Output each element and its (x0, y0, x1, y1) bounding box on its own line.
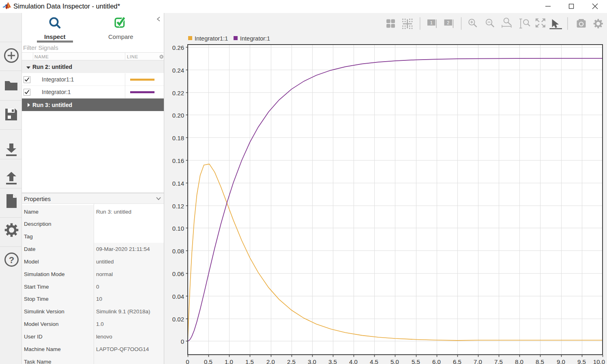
svg-text:4.0: 4.0 (349, 358, 358, 364)
svg-text:7.0: 7.0 (474, 358, 482, 364)
svg-text:0.5: 0.5 (204, 358, 212, 364)
svg-text:6.0: 6.0 (432, 358, 441, 364)
svg-text:9.5: 9.5 (577, 358, 586, 364)
svg-text:1: 1 (430, 20, 433, 25)
svg-text:2: 2 (447, 20, 449, 25)
svg-text:8.5: 8.5 (536, 358, 544, 364)
svg-text:9.0: 9.0 (557, 358, 565, 364)
svg-text:0.20: 0.20 (172, 112, 184, 119)
svg-text:?: ? (9, 255, 14, 265)
svg-text:2.0: 2.0 (266, 358, 275, 364)
svg-text:0.14: 0.14 (172, 180, 184, 187)
svg-text:0.04: 0.04 (172, 293, 184, 300)
svg-text:3.5: 3.5 (328, 358, 337, 364)
svg-text:0: 0 (181, 338, 184, 345)
svg-text:6.5: 6.5 (453, 358, 461, 364)
svg-text:10.0: 10.0 (593, 358, 605, 364)
svg-text:0.02: 0.02 (172, 316, 184, 323)
svg-text:7.5: 7.5 (494, 358, 503, 364)
svg-text:0.24: 0.24 (172, 67, 184, 74)
svg-text:2.5: 2.5 (287, 358, 296, 364)
svg-text:1.0: 1.0 (225, 358, 233, 364)
svg-text:0.08: 0.08 (172, 248, 184, 255)
svg-text:0.06: 0.06 (172, 270, 184, 277)
svg-text:0.18: 0.18 (172, 135, 184, 141)
svg-text:0: 0 (186, 358, 189, 364)
svg-text:5.5: 5.5 (412, 358, 420, 364)
svg-text:1.5: 1.5 (245, 358, 254, 364)
svg-text:0.26: 0.26 (172, 44, 184, 51)
svg-text:0.22: 0.22 (172, 90, 184, 96)
svg-text:5.0: 5.0 (390, 358, 399, 364)
svg-text:0.16: 0.16 (172, 157, 184, 164)
svg-text:0.12: 0.12 (172, 203, 184, 210)
svg-text:4.5: 4.5 (370, 358, 378, 364)
svg-text:0.10: 0.10 (172, 225, 184, 232)
svg-text:3.0: 3.0 (308, 358, 316, 364)
svg-text:8.0: 8.0 (515, 358, 523, 364)
